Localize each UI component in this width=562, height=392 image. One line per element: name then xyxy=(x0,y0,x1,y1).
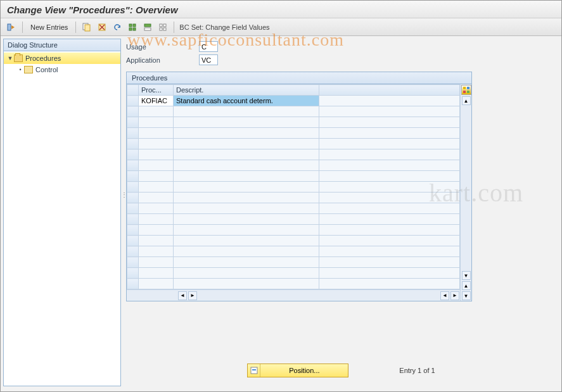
cell-empty[interactable] xyxy=(139,160,174,171)
cell-empty[interactable] xyxy=(174,106,319,117)
cell-empty[interactable] xyxy=(174,279,319,289)
table-row-empty[interactable] xyxy=(127,214,460,225)
cell-empty[interactable] xyxy=(139,268,174,279)
cell-empty[interactable] xyxy=(174,236,319,246)
bcset-label[interactable]: BC Set: Change Field Values xyxy=(179,23,269,31)
scroll-up-icon[interactable]: ▲ xyxy=(462,96,471,105)
cell-empty[interactable] xyxy=(174,203,319,214)
col-descript[interactable]: Descript. xyxy=(174,85,319,96)
cell-empty[interactable] xyxy=(174,268,319,279)
cell-empty[interactable] xyxy=(139,149,174,160)
row-selector[interactable] xyxy=(127,149,139,160)
new-entries-button[interactable]: New Entries xyxy=(28,23,70,31)
cell-empty[interactable] xyxy=(139,106,174,117)
table-row-empty[interactable] xyxy=(127,182,460,193)
table-row-empty[interactable] xyxy=(127,160,460,171)
table-row-empty[interactable] xyxy=(127,246,460,257)
cell-empty[interactable] xyxy=(139,246,174,257)
table-row-empty[interactable] xyxy=(127,203,460,214)
row-selector[interactable] xyxy=(127,106,139,117)
cell-descript[interactable]: Standard cash account determ. xyxy=(174,96,319,106)
cell-empty[interactable] xyxy=(174,160,319,171)
cell-empty[interactable] xyxy=(174,128,319,139)
table-row-empty[interactable] xyxy=(127,268,460,279)
table-row-empty[interactable] xyxy=(127,236,460,246)
cell-proc[interactable]: KOFIAC xyxy=(139,96,174,106)
copy-icon[interactable] xyxy=(81,22,93,33)
row-selector[interactable] xyxy=(127,214,139,225)
row-selector[interactable] xyxy=(127,193,139,203)
table-row-empty[interactable] xyxy=(127,225,460,236)
scroll-down-alt-icon[interactable]: ▼ xyxy=(462,291,471,300)
select-block-icon[interactable] xyxy=(142,22,153,33)
row-selector[interactable] xyxy=(127,268,139,279)
position-button[interactable]: Position... xyxy=(247,364,348,377)
cell-empty[interactable] xyxy=(139,171,174,182)
cell-empty[interactable] xyxy=(174,149,319,160)
tree-node-control[interactable]: • Control xyxy=(4,64,120,75)
row-selector[interactable] xyxy=(127,128,139,139)
cell-empty[interactable] xyxy=(139,182,174,193)
cell-empty[interactable] xyxy=(174,171,319,182)
row-selector[interactable] xyxy=(127,96,139,106)
scroll-right-end-icon[interactable]: ► xyxy=(450,291,459,300)
application-input[interactable] xyxy=(199,54,218,65)
row-selector-header[interactable] xyxy=(127,85,139,96)
other-view-icon[interactable] xyxy=(6,22,17,33)
cell-empty[interactable] xyxy=(174,225,319,236)
row-selector[interactable] xyxy=(127,203,139,214)
row-selector[interactable] xyxy=(127,246,139,257)
row-selector[interactable] xyxy=(127,225,139,236)
cell-empty[interactable] xyxy=(139,214,174,225)
cell-empty[interactable] xyxy=(174,214,319,225)
row-selector[interactable] xyxy=(127,182,139,193)
row-selector[interactable] xyxy=(127,117,139,128)
table-row[interactable]: KOFIACStandard cash account determ. xyxy=(127,96,460,106)
row-selector[interactable] xyxy=(127,279,139,289)
cell-empty[interactable] xyxy=(174,117,319,128)
expand-toggle-icon[interactable]: ▼ xyxy=(6,55,14,61)
cell-empty[interactable] xyxy=(139,139,174,149)
delete-icon[interactable] xyxy=(96,22,108,33)
select-all-icon[interactable] xyxy=(127,22,138,33)
cell-empty[interactable] xyxy=(139,257,174,268)
cell-empty[interactable] xyxy=(139,203,174,214)
row-selector[interactable] xyxy=(127,160,139,171)
cell-empty[interactable] xyxy=(174,257,319,268)
cell-empty[interactable] xyxy=(139,193,174,203)
row-selector[interactable] xyxy=(127,139,139,149)
table-row-empty[interactable] xyxy=(127,171,460,182)
table-settings-icon[interactable] xyxy=(461,85,471,95)
cell-empty[interactable] xyxy=(174,246,319,257)
cell-empty[interactable] xyxy=(174,193,319,203)
table-row-empty[interactable] xyxy=(127,106,460,117)
scroll-up-alt-icon[interactable]: ▲ xyxy=(462,281,471,290)
cell-empty[interactable] xyxy=(174,139,319,149)
table-row-empty[interactable] xyxy=(127,128,460,139)
cell-empty[interactable] xyxy=(139,117,174,128)
cell-empty[interactable] xyxy=(139,225,174,236)
cell-empty[interactable] xyxy=(139,236,174,246)
table-row-empty[interactable] xyxy=(127,279,460,289)
row-selector[interactable] xyxy=(127,236,139,246)
tree-node-procedures[interactable]: ▼ Procedures xyxy=(4,53,120,64)
horizontal-scrollbar[interactable]: ◄ ► ◄ ► xyxy=(127,289,460,301)
usage-input[interactable] xyxy=(199,41,218,52)
scroll-left-end-icon[interactable]: ◄ xyxy=(440,291,449,300)
table-row-empty[interactable] xyxy=(127,149,460,160)
vertical-scrollbar[interactable]: ▲ ▼ ▲ ▼ xyxy=(460,84,471,301)
scroll-right-icon[interactable]: ► xyxy=(188,291,197,300)
undo-icon[interactable] xyxy=(112,22,123,33)
col-proc[interactable]: Proc... xyxy=(139,85,174,96)
cell-empty[interactable] xyxy=(174,182,319,193)
cell-empty[interactable] xyxy=(139,128,174,139)
scroll-left-icon[interactable]: ◄ xyxy=(178,291,187,300)
row-selector[interactable] xyxy=(127,257,139,268)
cell-empty[interactable] xyxy=(139,279,174,289)
scroll-down-icon[interactable]: ▼ xyxy=(462,271,471,280)
row-selector[interactable] xyxy=(127,171,139,182)
table-row-empty[interactable] xyxy=(127,257,460,268)
table-row-empty[interactable] xyxy=(127,117,460,128)
table-row-empty[interactable] xyxy=(127,193,460,203)
splitter-handle[interactable] xyxy=(121,191,124,210)
